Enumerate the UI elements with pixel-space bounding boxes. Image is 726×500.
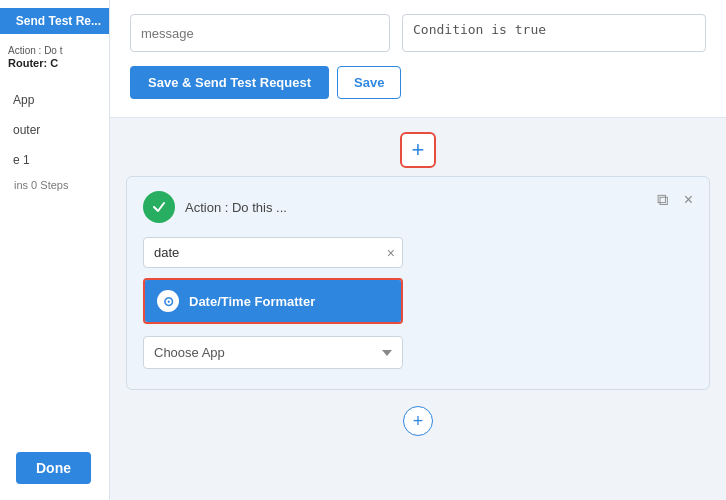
done-button[interactable]: Done [16,452,91,484]
datetime-formatter-label: Date/Time Formatter [189,294,315,309]
action-icon [143,191,175,223]
copy-action-button[interactable]: ⧉ [653,189,672,211]
add-step-button[interactable]: + [400,132,436,168]
dropdown-result: ⊙ Date/Time Formatter [143,278,403,324]
top-card: Save & Send Test Request Save [110,0,726,118]
plus-connector: + [110,118,726,176]
sidebar-item-app[interactable]: App [0,85,109,115]
datetime-formatter-option[interactable]: ⊙ Date/Time Formatter [145,280,401,322]
sidebar-item-router[interactable]: outer [0,115,109,145]
search-clear-button[interactable]: × [387,246,395,260]
condition-textarea[interactable] [402,14,706,52]
close-action-button[interactable]: × [680,189,697,211]
action-card-header: Action : Do this ... [143,191,693,223]
sidebar-action-value: Router: C [8,57,101,69]
action-card: Action : Do this ... ⧉ × × ⊙ Date/Time F… [126,176,710,390]
sidebar: Send Test Re... Action : Do t Router: C … [0,0,110,500]
search-input[interactable] [143,237,403,268]
datetime-icon-glyph: ⊙ [163,294,174,309]
sidebar-action-section: Action : Do t Router: C [0,34,109,73]
top-card-buttons: Save & Send Test Request Save [130,66,706,99]
add-bottom-step-button[interactable]: + [403,406,433,436]
send-test-request-button[interactable]: Save & Send Test Request [130,66,329,99]
sidebar-header: Send Test Re... [0,8,109,34]
choose-app-select[interactable]: Choose App [143,336,403,369]
sidebar-items: App outer e 1 ins 0 Steps [0,85,109,195]
sidebar-action-label: Action : Do t [8,44,101,57]
datetime-icon: ⊙ [157,290,179,312]
save-button[interactable]: Save [337,66,401,99]
top-card-inputs [130,14,706,52]
main-content: Save & Send Test Request Save + Action :… [110,0,726,500]
action-card-controls: ⧉ × [653,189,697,211]
search-box: × [143,237,403,268]
sidebar-item-step1[interactable]: e 1 [0,145,109,175]
sidebar-item-sub: ins 0 Steps [0,175,109,195]
message-input[interactable] [130,14,390,52]
action-title: Action : Do this ... [185,200,287,215]
bottom-plus-container: + [110,390,726,452]
